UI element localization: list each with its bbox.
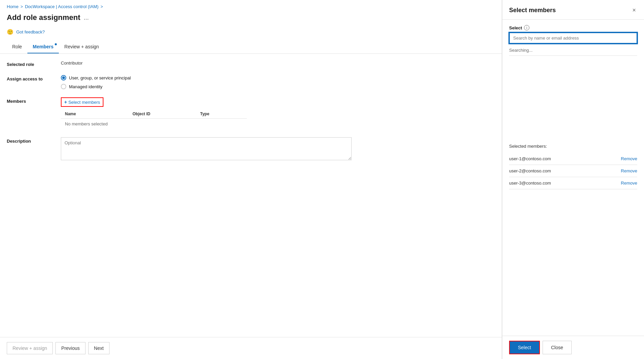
selected-role-value: Contributor: [61, 61, 82, 66]
radio-user[interactable]: User, group, or service principal: [61, 75, 131, 80]
ellipsis-button[interactable]: ...: [84, 14, 89, 21]
member-3-email: user-3@contoso.com: [509, 181, 551, 186]
panel-header: Select members ×: [502, 0, 644, 20]
select-label: Select: [509, 25, 522, 30]
member-1-email: user-1@contoso.com: [509, 156, 551, 161]
radio-managed-circle: [61, 84, 66, 89]
no-members-text: No members selected: [65, 121, 108, 126]
radio-managed[interactable]: Managed identity: [61, 84, 131, 89]
selected-members-section: Selected members: user-1@contoso.com Rem…: [509, 144, 637, 189]
page-title: Add role assignment: [7, 13, 80, 22]
panel-close-button[interactable]: Close: [543, 341, 572, 354]
breadcrumb-home[interactable]: Home: [7, 4, 19, 9]
feedback-label: Got feedback?: [16, 29, 45, 34]
members-table: Name Object ID Type No members selected: [61, 110, 247, 129]
radio-user-label: User, group, or service principal: [69, 75, 131, 80]
breadcrumb-sep2: >: [100, 4, 103, 9]
previous-button[interactable]: Previous: [55, 342, 85, 354]
breadcrumb: Home > DocWorkspace | Access control (IA…: [0, 0, 502, 12]
assign-access-label: Assign access to: [7, 75, 54, 81]
member-3-remove-button[interactable]: Remove: [621, 181, 637, 186]
col-header-type: Type: [196, 112, 247, 116]
member-2-email: user-2@contoso.com: [509, 168, 551, 173]
next-button[interactable]: Next: [88, 342, 110, 354]
select-members-button[interactable]: + Select members: [61, 97, 103, 107]
selected-members-label: Selected members:: [509, 144, 637, 149]
tab-review-assign[interactable]: Review + assign: [59, 41, 104, 53]
breadcrumb-sep1: >: [21, 4, 23, 9]
selected-role-label: Selected role: [7, 61, 54, 67]
radio-managed-label: Managed identity: [69, 84, 102, 89]
tab-members[interactable]: Members: [27, 41, 59, 53]
right-panel: Select members × Select i Searching... S…: [502, 0, 644, 359]
plus-icon: +: [64, 99, 67, 105]
tab-members-dot: [55, 43, 57, 45]
search-input-wrap: [509, 32, 637, 44]
panel-select-button[interactable]: Select: [509, 341, 540, 354]
selected-role-row: Selected role Contributor: [7, 61, 495, 67]
member-row: user-1@contoso.com Remove: [509, 153, 637, 165]
member-1-remove-button[interactable]: Remove: [621, 156, 637, 161]
description-textarea[interactable]: [61, 137, 352, 160]
panel-footer: Select Close: [502, 336, 644, 359]
members-table-header: Name Object ID Type: [61, 110, 247, 119]
bottom-bar: Review + assign Previous Next: [0, 337, 502, 359]
search-input[interactable]: [510, 33, 637, 43]
members-table-body: No members selected: [61, 119, 247, 129]
member-row: user-3@contoso.com Remove: [509, 177, 637, 189]
member-2-remove-button[interactable]: Remove: [621, 168, 637, 173]
description-row: Description: [7, 137, 495, 160]
feedback-row[interactable]: 🙂 Got feedback?: [0, 27, 502, 41]
searching-text: Searching...: [509, 48, 637, 56]
members-row: Members + Select members Name Object ID …: [7, 97, 495, 129]
panel-close-icon[interactable]: ×: [631, 5, 637, 15]
col-header-name: Name: [61, 112, 128, 116]
assign-access-options: User, group, or service principal Manage…: [61, 75, 131, 89]
description-label: Description: [7, 137, 54, 144]
panel-title: Select members: [509, 7, 556, 14]
breadcrumb-workspace[interactable]: DocWorkspace | Access control (IAM): [25, 4, 99, 9]
tabs-bar: Role Members Review + assign: [0, 41, 502, 54]
members-label: Members: [7, 97, 54, 104]
col-header-objid: Object ID: [128, 112, 196, 116]
review-assign-button[interactable]: Review + assign: [7, 342, 53, 354]
feedback-icon: 🙂: [7, 29, 14, 35]
info-icon: i: [524, 25, 529, 30]
select-members-btn-label: Select members: [68, 100, 100, 105]
member-row: user-2@contoso.com Remove: [509, 165, 637, 177]
tab-role[interactable]: Role: [7, 41, 27, 53]
radio-user-circle: [61, 75, 66, 80]
select-label-row: Select i: [509, 25, 637, 30]
assign-access-row: Assign access to User, group, or service…: [7, 75, 495, 89]
panel-body: Select i Searching... Selected members: …: [502, 20, 644, 336]
